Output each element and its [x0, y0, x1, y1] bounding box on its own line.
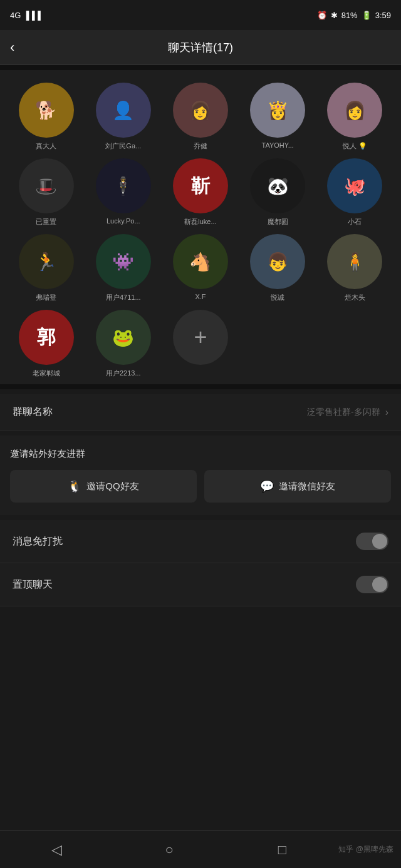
- member-item[interactable]: 👩悦人 💡: [319, 83, 391, 151]
- battery-icon: 🔋: [362, 11, 372, 20]
- invite-qq-label: 邀请QQ好友: [86, 481, 138, 493]
- divider-1: [0, 65, 401, 70]
- invite-title: 邀请站外好友进群: [10, 448, 391, 460]
- avatar: 🏃: [19, 234, 74, 289]
- mute-toggle[interactable]: [356, 533, 388, 550]
- pin-toggle-knob: [372, 577, 387, 592]
- avatar: 🐙: [327, 158, 382, 213]
- member-name: 用户2213...: [96, 369, 151, 378]
- member-item[interactable]: 🕴Lucky.Po...: [87, 158, 159, 227]
- member-name: 已重置: [19, 217, 74, 227]
- member-item[interactable]: 🐕真大人: [10, 83, 82, 151]
- pin-row: 置顶聊天: [0, 563, 401, 606]
- avatar: 🐸: [96, 310, 151, 365]
- avatar: 🐕: [19, 83, 74, 138]
- add-member-icon: +: [173, 310, 228, 365]
- member-name: X.F: [173, 293, 228, 300]
- invite-wechat-label: 邀请微信好友: [279, 481, 335, 493]
- avatar: 🐼: [250, 158, 305, 213]
- back-button[interactable]: ‹: [10, 39, 14, 56]
- member-name: 用户4711...: [96, 293, 151, 302]
- avatar: 🐴: [173, 234, 228, 289]
- mute-label: 消息免打扰: [13, 535, 63, 548]
- page-title: 聊天详情(17): [168, 40, 233, 55]
- group-name-row[interactable]: 群聊名称 泛零售社群-多闪群 ›: [0, 394, 401, 431]
- member-item[interactable]: 👩乔健: [164, 83, 236, 151]
- watermark: 知乎 @黑啤先森: [338, 844, 401, 855]
- alarm-icon: ⏰: [317, 11, 327, 20]
- signal-icon: 4G: [10, 11, 21, 20]
- member-name: 真大人: [19, 141, 74, 151]
- member-name: 悦诚: [250, 293, 305, 302]
- member-name: 靳磊luke...: [173, 217, 228, 227]
- nav-recent-icon: □: [278, 842, 286, 858]
- avatar: 👦: [250, 234, 305, 289]
- member-name: 烂木头: [327, 293, 382, 302]
- avatar: 👾: [96, 234, 151, 289]
- member-item[interactable]: 🐴X.F: [164, 234, 236, 302]
- signal-bars: ▐▐▐: [23, 11, 41, 20]
- nav-home[interactable]: ○: [113, 831, 226, 868]
- nav-back[interactable]: ◁: [0, 831, 113, 868]
- pin-label: 置顶聊天: [13, 578, 53, 591]
- member-name: 小石: [327, 217, 382, 227]
- avatar: 🎩: [19, 158, 74, 213]
- bottom-nav: ◁ ○ □ 知乎 @黑啤先森: [0, 830, 401, 868]
- group-name-text: 泛零售社群-多闪群: [307, 407, 380, 418]
- nav-home-icon: ○: [165, 842, 174, 858]
- group-name-label: 群聊名称: [13, 406, 53, 419]
- member-name: 弗瑞登: [19, 293, 74, 302]
- member-item[interactable]: 👾用户4711...: [87, 234, 159, 302]
- nav-back-icon: ◁: [51, 842, 62, 858]
- group-name-value: 泛零售社群-多闪群 ›: [307, 407, 388, 418]
- member-item[interactable]: 🐙小石: [319, 158, 391, 227]
- avatar: 👸: [250, 83, 305, 138]
- member-name: 悦人 💡: [327, 141, 382, 151]
- time: 3:59: [375, 11, 391, 20]
- member-name: 魔都圆: [250, 217, 305, 227]
- status-left: 4G ▐▐▐: [10, 11, 41, 20]
- add-member-button[interactable]: +: [164, 310, 236, 378]
- member-name: 老家郸城: [19, 369, 74, 378]
- invite-wechat-button[interactable]: 💬 邀请微信好友: [204, 470, 391, 503]
- avatar: 👤: [96, 83, 151, 138]
- member-item[interactable]: 👸TAYOHY...: [242, 83, 314, 151]
- qq-icon: 🐧: [68, 479, 81, 493]
- member-item[interactable]: 靳靳磊luke...: [164, 158, 236, 227]
- invite-section: 邀请站外好友进群 🐧 邀请QQ好友 💬 邀请微信好友: [0, 436, 401, 515]
- avatar: 🧍: [327, 234, 382, 289]
- avatar: 👩: [173, 83, 228, 138]
- mute-row: 消息免打扰: [0, 520, 401, 563]
- mute-toggle-knob: [372, 534, 387, 549]
- members-section: 🐕真大人👤刘广民Ga...👩乔健👸TAYOHY...👩悦人 💡🎩已重置🕴Luck…: [0, 70, 401, 384]
- avatar: 郭: [19, 310, 74, 365]
- wechat-icon: 💬: [260, 479, 274, 493]
- member-item[interactable]: 🎩已重置: [10, 158, 82, 227]
- avatar: 🕴: [96, 158, 151, 213]
- member-name: 刘广民Ga...: [96, 141, 151, 151]
- battery-text: 81%: [341, 11, 358, 20]
- status-bar: 4G ▐▐▐ ⏰ ✱ 81% 🔋 3:59: [0, 0, 401, 30]
- divider-2: [0, 384, 401, 389]
- member-item[interactable]: 🐼魔都圆: [242, 158, 314, 227]
- invite-buttons: 🐧 邀请QQ好友 💬 邀请微信好友: [10, 470, 391, 503]
- avatar: 👩: [327, 83, 382, 138]
- avatar: 靳: [173, 158, 228, 213]
- member-item[interactable]: 👦悦诚: [242, 234, 314, 302]
- toggle-section: 消息免打扰 置顶聊天: [0, 520, 401, 606]
- members-grid: 🐕真大人👤刘广民Ga...👩乔健👸TAYOHY...👩悦人 💡🎩已重置🕴Luck…: [10, 83, 391, 378]
- member-item[interactable]: 🧍烂木头: [319, 234, 391, 302]
- status-right: ⏰ ✱ 81% 🔋 3:59: [317, 11, 391, 20]
- member-name: 乔健: [173, 141, 228, 151]
- bluetooth-icon: ✱: [331, 11, 338, 20]
- member-name: Lucky.Po...: [96, 217, 151, 225]
- member-item[interactable]: 👤刘广民Ga...: [87, 83, 159, 151]
- chevron-right-icon: ›: [385, 407, 388, 418]
- settings-section: 群聊名称 泛零售社群-多闪群 ›: [0, 394, 401, 431]
- invite-qq-button[interactable]: 🐧 邀请QQ好友: [10, 470, 197, 503]
- pin-toggle[interactable]: [356, 576, 388, 593]
- member-item[interactable]: 🏃弗瑞登: [10, 234, 82, 302]
- member-item[interactable]: 🐸用户2213...: [87, 310, 159, 378]
- nav-recent[interactable]: □: [226, 831, 338, 868]
- member-item[interactable]: 郭老家郸城: [10, 310, 82, 378]
